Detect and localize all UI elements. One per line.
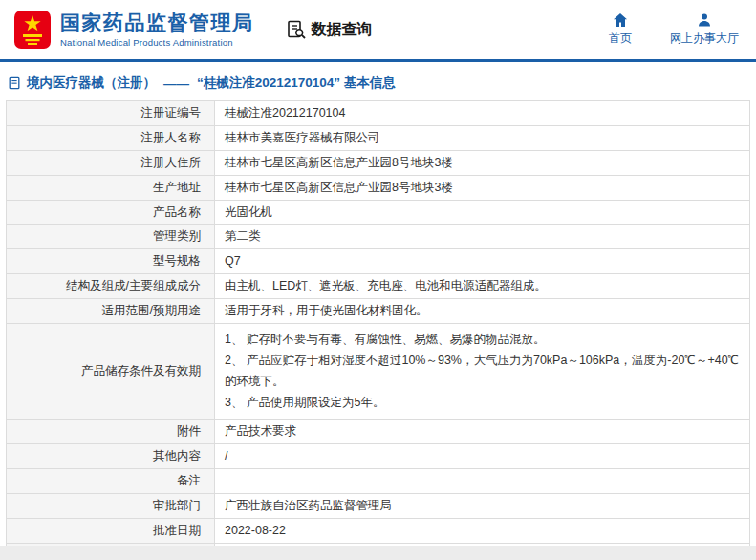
table-row: 附件 产品技术要求 — [7, 420, 750, 444]
table-row: 批准日期 2022-08-22 — [7, 518, 750, 543]
row-value: 光固化机 — [215, 200, 750, 225]
table-row: 备注 — [7, 469, 750, 494]
row-value: 2022-08-22 — [215, 518, 750, 543]
nav-item-home[interactable]: 首页 — [597, 12, 643, 47]
data-query-icon — [287, 20, 306, 39]
data-query-section[interactable]: 数据查询 — [287, 20, 373, 40]
table-row: 注册人住所 桂林市七星区高新区信息产业园8号地块3楼 — [7, 150, 750, 175]
row-label: 产品名称 — [7, 200, 215, 225]
breadcrumb-separator: —— — [162, 76, 191, 91]
row-label: 注册人名称 — [7, 125, 215, 150]
table-row: 注册人名称 桂林市美嘉医疗器械有限公司 — [7, 125, 750, 150]
row-label: 注册证编号 — [7, 101, 215, 126]
row-value: 由主机、LED灯、遮光板、充电座、电池和电源适配器组成。 — [215, 274, 750, 299]
national-emblem-icon — [13, 10, 52, 50]
row-value: / — [215, 444, 750, 469]
row-value — [215, 469, 750, 494]
agency-brand[interactable]: 国家药品监督管理局 National Medical Products Admi… — [13, 10, 254, 50]
table-row: 管理类别 第二类 — [7, 225, 750, 249]
row-label: 其他内容 — [7, 444, 215, 469]
table-row: 适用范围/预期用途 适用于牙科，用于使光固化材料固化。 — [7, 299, 750, 324]
row-label: 管理类别 — [7, 225, 215, 249]
site-header: 国家药品监督管理局 National Medical Products Admi… — [0, 0, 756, 59]
table-row: 审批部门 广西壮族自治区药品监督管理局 — [7, 494, 750, 519]
row-value: 桂林市美嘉医疗器械有限公司 — [215, 125, 750, 150]
agency-title-cn: 国家药品监督管理局 — [60, 11, 254, 34]
registration-info-table: 注册证编号 桂械注准20212170104 注册人名称 桂林市美嘉医疗器械有限公… — [6, 100, 750, 560]
table-row: 产品名称 光固化机 — [7, 200, 750, 225]
nav-item-service-hall[interactable]: 网上办事大厅 — [670, 12, 739, 47]
table-row: 其他内容 / — [7, 444, 750, 469]
row-value: 桂林市七星区高新区信息产业园8号地块3楼 — [215, 175, 750, 200]
row-label: 结构及组成/主要组成成分 — [7, 274, 215, 299]
nav-item-label: 网上办事大厅 — [670, 31, 739, 47]
row-label: 型号规格 — [7, 249, 215, 274]
row-label: 生产地址 — [7, 175, 215, 200]
row-label: 注册人住所 — [7, 150, 215, 175]
row-value: 广西壮族自治区药品监督管理局 — [215, 494, 750, 519]
footer-strip — [0, 546, 756, 560]
row-label: 适用范围/预期用途 — [7, 299, 215, 324]
table-row: 产品储存条件及有效期 1、 贮存时不要与有毒、有腐蚀性、易燃、易爆的物品混放。 … — [7, 323, 750, 420]
nav-item-label: 首页 — [609, 31, 632, 47]
row-value: 产品技术要求 — [215, 420, 750, 444]
main-content: 境内医疗器械（注册） —— “桂械注准20212170104” 基本信息 注册证… — [0, 62, 756, 560]
row-value: Q7 — [215, 249, 750, 274]
row-value: 1、 贮存时不要与有毒、有腐蚀性、易燃、易爆的物品混放。 2、 产品应贮存于相对… — [215, 323, 750, 420]
data-query-label: 数据查询 — [312, 20, 373, 40]
page-title: “桂械注准20212170104” 基本信息 — [197, 75, 396, 92]
table-row: 结构及组成/主要组成成分 由主机、LED灯、遮光板、充电座、电池和电源适配器组成… — [7, 274, 750, 299]
row-label: 备注 — [7, 469, 215, 494]
header-nav: 首页 网上办事大厅 — [597, 12, 739, 47]
row-label: 附件 — [7, 420, 215, 444]
table-row: 注册证编号 桂械注准20212170104 — [7, 101, 750, 126]
row-value: 桂械注准20212170104 — [215, 101, 750, 126]
row-label: 批准日期 — [7, 518, 215, 543]
table-row: 生产地址 桂林市七星区高新区信息产业园8号地块3楼 — [7, 175, 750, 200]
page-icon — [8, 76, 21, 90]
home-icon — [613, 12, 628, 28]
breadcrumb: 境内医疗器械（注册） —— “桂械注准20212170104” 基本信息 — [6, 72, 750, 100]
row-label: 产品储存条件及有效期 — [7, 323, 215, 420]
row-value: 第二类 — [215, 225, 750, 249]
row-value: 桂林市七星区高新区信息产业园8号地块3楼 — [215, 150, 750, 175]
breadcrumb-section[interactable]: 境内医疗器械（注册） — [27, 75, 156, 92]
table-row: 型号规格 Q7 — [7, 249, 750, 274]
user-icon — [697, 12, 712, 28]
row-label: 审批部门 — [7, 494, 215, 519]
row-value: 适用于牙科，用于使光固化材料固化。 — [215, 299, 750, 324]
agency-title-en: National Medical Products Administration — [60, 37, 254, 48]
